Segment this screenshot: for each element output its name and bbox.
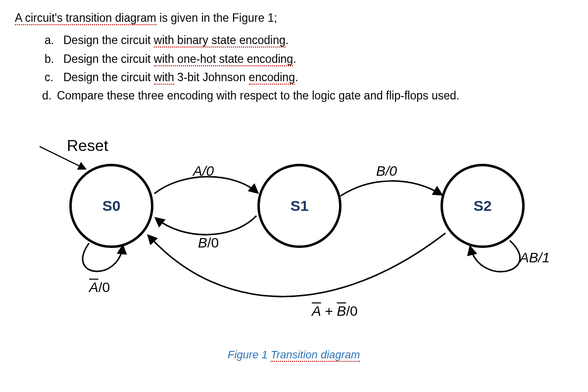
figure-caption: Figure 1 Transition diagram (228, 347, 360, 363)
edge-s2-self-label: AB/1 (520, 248, 550, 268)
item-d: d. Compare these three encoding with res… (45, 88, 573, 104)
intro-line: A circuit's transition diagram is given … (15, 10, 573, 26)
item-label-c: c. (45, 69, 63, 86)
item-b: b. Design the circuit with one-hot state… (45, 51, 573, 67)
state-s0: S0 (69, 164, 153, 248)
edge-s0-s1-label: A/0 (193, 161, 214, 182)
item-label-b: b. (45, 51, 63, 67)
item-label-a: a. (45, 32, 63, 49)
item-label-d: d. (42, 88, 57, 104)
question-list: a. Design the circuit with binary state … (45, 32, 573, 104)
intro-underlined: A circuit's transition diagram (15, 12, 156, 25)
item-c: c. Design the circuit with 3-bit Johnson… (45, 69, 573, 86)
edge-s0-self-label: A/0 (89, 278, 110, 298)
edge-s1-s2-label: B/0 (376, 161, 397, 182)
edge-s1-s0-label: B/0 (198, 233, 219, 253)
item-a: a. Design the circuit with binary state … (45, 32, 573, 49)
state-s1: S1 (257, 164, 342, 248)
state-diagram: Reset S0 S1 S2 A/0 B/0 B/0 A/0 (15, 134, 559, 372)
edge-s2-s0-label: A + B/0 (312, 301, 358, 322)
intro-rest: is given in the Figure 1; (156, 11, 277, 24)
state-s2: S2 (441, 164, 525, 248)
reset-label: Reset (67, 134, 108, 157)
